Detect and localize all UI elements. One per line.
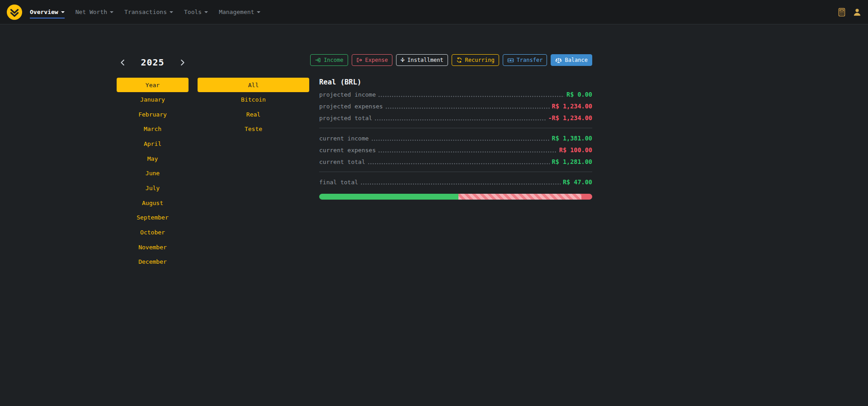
dotted-leader [378,96,564,97]
row-label: projected expenses [319,103,383,110]
double-chevron-logo-icon [6,4,23,20]
month-november[interactable]: November [117,240,189,255]
chip-label: Expense [365,57,388,63]
row-label: current income [319,135,369,142]
nav-label: Tools [184,9,202,15]
row-value: R$ 1,281.00 [552,158,592,165]
month-january[interactable]: January [117,92,189,107]
nav-item-overview[interactable]: Overview [30,6,65,19]
account-list: Bitcoin Real Teste [198,92,309,136]
nav-label: Management [219,9,254,15]
month-october[interactable]: October [117,225,189,240]
scale-icon [555,57,562,64]
row-value: -R$ 1,234.00 [548,114,592,121]
row-label: final total [319,179,358,186]
accounts-column: All Bitcoin Real Teste [198,78,309,136]
dotted-leader [368,163,550,164]
chevron-down-icon [257,11,260,13]
next-year-button[interactable] [178,58,187,67]
previous-year-button[interactable] [118,58,127,67]
row-value: R$ 100.00 [559,146,592,154]
progress-income-segment [319,194,458,200]
summary-row-projected-income: projected income R$ 0.00 [319,89,592,100]
balance-button[interactable]: Balance [551,54,592,66]
currency-section-title: Real (BRL) [319,78,592,86]
summary-row-final-total: final total R$ 47.00 [319,176,592,188]
month-april[interactable]: April [117,136,189,151]
progress-expense-solid-segment [581,194,592,200]
month-june[interactable]: June [117,166,189,181]
top-navbar: Overview Net Worth Transactions Tools Ma… [0,0,868,24]
row-value: R$ 0.00 [566,91,592,98]
calculator-icon[interactable] [837,8,846,17]
chip-label: Balance [565,57,588,63]
summary-row-current-expenses: current expenses R$ 100.00 [319,144,592,156]
summary-row-current-income: current income R$ 1,381.00 [319,132,592,144]
nav-item-tools[interactable]: Tools [184,6,208,19]
month-december[interactable]: December [117,255,189,270]
nav-item-net-worth[interactable]: Net Worth [75,6,113,19]
all-accounts-button[interactable]: All [198,78,309,92]
nav-label: Overview [30,9,58,15]
transfer-button[interactable]: Transfer [503,54,547,66]
row-value: R$ 1,234.00 [552,103,592,110]
app-logo[interactable] [6,4,23,20]
user-icon[interactable] [853,8,862,17]
year-button[interactable]: Year [117,78,189,92]
chevron-right-icon [179,59,186,66]
nav-item-transactions[interactable]: Transactions [124,6,173,19]
summary-column: Income Expense ÷ Installment Recurring [319,54,592,200]
row-value: R$ 47.00 [563,178,592,186]
chip-label: Installment [407,57,443,63]
row-label: current total [319,159,365,165]
income-expense-progress-bar [319,194,592,200]
income-button[interactable]: Income [310,54,348,66]
period-column: 2025 Year January February March April M… [117,54,189,269]
progress-expense-striped-segment [458,194,581,200]
repeat-icon [456,57,462,63]
row-label: projected total [319,115,372,121]
recurring-button[interactable]: Recurring [452,54,499,66]
chip-label: Income [324,57,343,63]
summary-row-projected-expenses: projected expenses R$ 1,234.00 [319,100,592,112]
expense-button[interactable]: Expense [352,54,393,66]
month-may[interactable]: May [117,151,189,166]
dotted-leader [378,151,557,153]
installment-button[interactable]: ÷ Installment [396,54,448,66]
dotted-leader [385,107,550,109]
row-value: R$ 1,381.00 [552,135,592,142]
year-navigation: 2025 [117,54,189,70]
account-bitcoin[interactable]: Bitcoin [198,92,309,107]
month-march[interactable]: March [117,121,189,136]
current-year: 2025 [141,57,164,68]
summary-row-projected-total: projected total -R$ 1,234.00 [319,112,592,124]
month-july[interactable]: July [117,181,189,196]
month-september[interactable]: September [117,210,189,225]
month-august[interactable]: August [117,196,189,210]
nav-item-management[interactable]: Management [219,6,260,19]
summary-divider [319,172,592,172]
month-february[interactable]: February [117,107,189,122]
chevron-down-icon [170,11,173,13]
dotted-leader [374,119,546,121]
dotted-leader [371,140,550,141]
main-nav: Overview Net Worth Transactions Tools Ma… [30,6,260,19]
cash-icon [507,57,514,64]
row-label: projected income [319,91,376,98]
chevron-left-icon [119,59,127,66]
division-icon: ÷ [401,57,405,64]
main-content: 2025 Year January February March April M… [0,24,868,406]
row-label: current expenses [319,147,376,154]
account-teste[interactable]: Teste [198,121,309,136]
transaction-action-bar: Income Expense ÷ Installment Recurring [319,54,592,66]
navbar-right [837,8,862,17]
chevron-down-icon [110,11,113,13]
summary-row-current-total: current total R$ 1,281.00 [319,156,592,168]
nav-label: Transactions [124,9,167,15]
chip-label: Recurring [465,57,495,63]
nav-label: Net Worth [75,9,107,15]
account-real[interactable]: Real [198,107,309,122]
dotted-leader [360,183,561,185]
box-arrow-right-icon [356,57,363,63]
month-list: January February March April May June Ju… [117,92,189,269]
